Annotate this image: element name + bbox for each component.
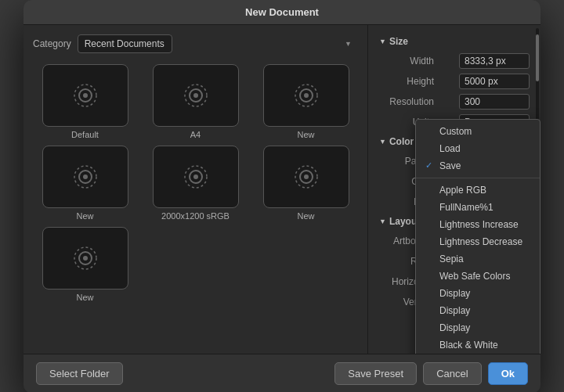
dropdown-item-save[interactable]: Save (416, 157, 540, 174)
dropdown-item-label: Apple RGB (439, 185, 486, 196)
dropdown-item-label: Lightness Increase (439, 219, 519, 230)
dropdown-item-display1[interactable]: Display (416, 285, 540, 302)
dropdown-item-display3[interactable]: Display (416, 319, 540, 336)
preset-item-2000x1200[interactable]: 2000x1200 sRGB (143, 146, 248, 221)
dropdown-item-label: Web Safe Colors (439, 271, 511, 282)
dropdown-item-lightness-decrease[interactable]: Lightness Decrease (416, 233, 540, 250)
category-select[interactable]: Recent Documents All Templates (78, 34, 172, 53)
preset-icon-a4 (153, 64, 239, 127)
category-select-wrapper: Recent Documents All Templates (78, 34, 358, 53)
preset-label-new4: New (76, 293, 93, 302)
preset-icon-new1 (263, 64, 349, 127)
svg-point-16 (304, 174, 309, 179)
preset-icon-new2 (42, 146, 128, 208)
right-panel: ▼ Size Width Height Resolution Units ▼ (368, 25, 540, 354)
height-row: Height (379, 74, 530, 89)
preset-item-new4[interactable]: New (33, 227, 137, 302)
resolution-row: Resolution (379, 94, 530, 110)
new-document-dialog: New Document Category Recent Documents A… (24, 0, 540, 392)
gear-icon-new2 (70, 161, 101, 192)
preset-label-new3: New (297, 211, 314, 221)
dropdown-item-load[interactable]: Load (416, 140, 540, 157)
dialog-title: New Document (245, 6, 319, 18)
width-input[interactable] (459, 53, 530, 69)
size-section-header: ▼ Size (379, 36, 530, 47)
preset-icon-new3 (263, 146, 349, 208)
svg-point-7 (304, 93, 309, 98)
preset-label-a4: A4 (190, 130, 201, 139)
svg-point-13 (193, 174, 198, 179)
height-label: Height (379, 76, 434, 87)
preset-label-2000x1200: 2000x1200 sRGB (161, 211, 230, 221)
dropdown-item-web-safe[interactable]: Web Safe Colors (416, 268, 540, 285)
dropdown-item-label: Display (439, 288, 470, 299)
dropdown-item-label: Display (439, 305, 470, 316)
dropdown-item-label: Display (439, 322, 470, 333)
presets-grid: Default A4 (33, 64, 358, 302)
dropdown-divider (416, 178, 540, 178)
preset-icon-new4 (42, 227, 128, 290)
dropdown-item-apple-rgb[interactable]: Apple RGB (416, 182, 540, 199)
preset-label-new1: New (297, 130, 314, 139)
layout-triangle: ▼ (379, 218, 386, 225)
dropdown-item-label: Lightness Decrease (439, 236, 522, 247)
scrollbar-thumb[interactable] (536, 34, 539, 81)
footer-right: Save Preset Cancel Ok (334, 362, 528, 385)
dropdown-item-label: Black & White (439, 340, 498, 351)
size-triangle: ▼ (379, 38, 386, 45)
left-panel: Category Recent Documents All Templates (24, 25, 368, 354)
save-preset-button[interactable]: Save Preset (334, 362, 417, 385)
svg-point-4 (193, 93, 198, 98)
select-folder-button[interactable]: Select Folder (36, 362, 123, 385)
dropdown-item-bw[interactable]: Black & White (416, 336, 540, 354)
resolution-label: Resolution (379, 96, 434, 107)
size-label: Size (389, 36, 408, 47)
dropdown-item-label: Custom (439, 126, 472, 137)
preset-icon-default (42, 64, 128, 127)
dropdown-item-label: Sepia (439, 254, 464, 264)
title-bar: New Document (24, 0, 540, 25)
category-row: Category Recent Documents All Templates (33, 34, 358, 53)
dropdown-item-custom[interactable]: Custom (416, 123, 540, 140)
ok-button[interactable]: Ok (488, 362, 528, 385)
footer: Select Folder Save Preset Cancel Ok (24, 354, 540, 393)
category-label: Category (33, 38, 71, 49)
gear-icon (70, 80, 101, 111)
preset-item-a4[interactable]: A4 (143, 64, 248, 139)
preset-item-new2[interactable]: New (33, 146, 137, 221)
dropdown-item-label: FullName%1 (439, 202, 494, 213)
dropdown-item-lightness-increase[interactable]: Lightness Increase (416, 216, 540, 233)
preset-label-default: Default (71, 130, 99, 139)
dropdown-item-sepia[interactable]: Sepia (416, 250, 540, 268)
dropdown-item-display2[interactable]: Display (416, 302, 540, 319)
gear-icon-new1 (291, 80, 322, 111)
preset-label-new2: New (76, 211, 93, 221)
gear-icon-new3 (291, 161, 322, 192)
preset-item-new3[interactable]: New (254, 146, 358, 221)
dropdown-menu: Custom Load Save Apple RGB FullName%1 Li… (415, 119, 540, 354)
preset-item-new1[interactable]: New (254, 64, 358, 139)
width-row: Width (379, 53, 530, 69)
gear-icon-2000x1200 (180, 161, 212, 192)
dropdown-item-label: Load (439, 143, 461, 154)
dialog-body: Category Recent Documents All Templates (24, 25, 540, 354)
dropdown-item-label: Save (439, 160, 461, 171)
color-label: Color (389, 136, 414, 147)
gear-icon-a4 (180, 80, 212, 111)
gear-icon-new4 (70, 243, 101, 274)
preset-icon-2000x1200 (153, 146, 239, 208)
resolution-input[interactable] (459, 94, 530, 110)
height-input[interactable] (459, 74, 530, 89)
svg-point-19 (83, 256, 88, 261)
cancel-button[interactable]: Cancel (423, 362, 481, 385)
svg-point-1 (83, 93, 88, 98)
width-label: Width (379, 56, 434, 67)
svg-point-10 (83, 174, 88, 179)
dropdown-item-fullname[interactable]: FullName%1 (416, 199, 540, 216)
color-triangle: ▼ (379, 138, 386, 146)
preset-item-default[interactable]: Default (33, 64, 137, 139)
